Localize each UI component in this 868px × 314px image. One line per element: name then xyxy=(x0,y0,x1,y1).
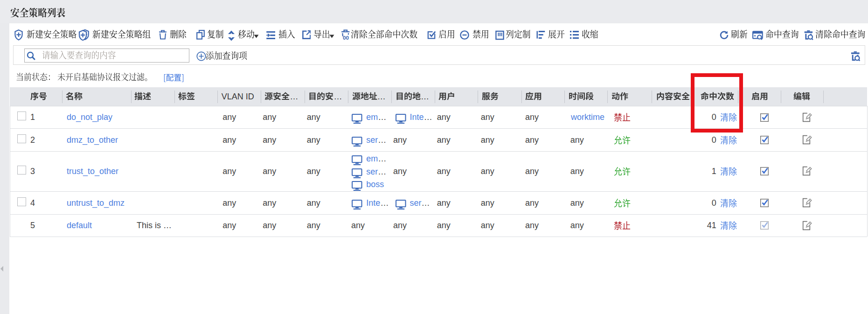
svg-text:00: 00 xyxy=(343,35,349,40)
